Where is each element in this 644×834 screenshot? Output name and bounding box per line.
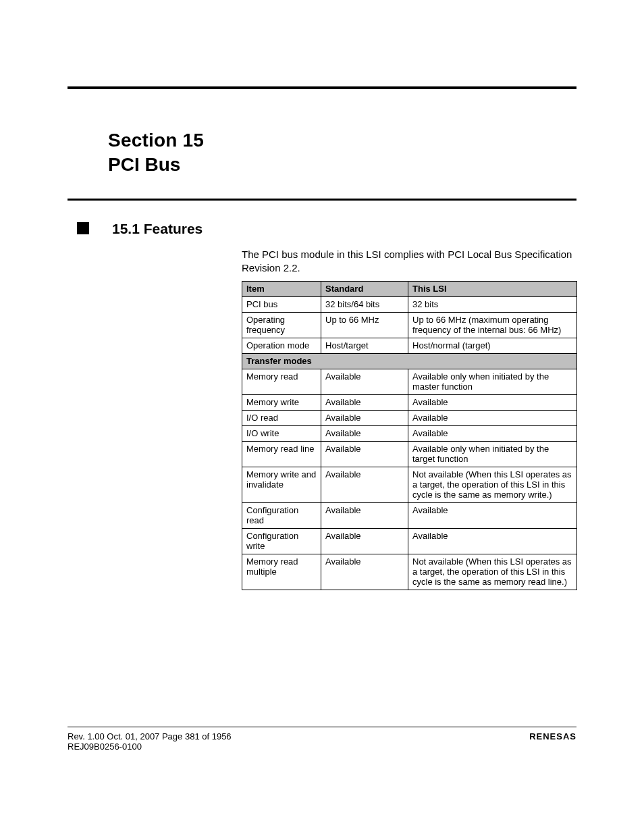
cell-std: Available <box>321 554 408 590</box>
cell-lsi: Available <box>408 502 577 528</box>
table-row: Configuration read Available Available <box>242 502 577 528</box>
cell-lsi: Available <box>408 425 577 441</box>
chapter-title: PCI Bus <box>108 154 576 176</box>
cell-item: Memory read <box>242 369 321 394</box>
square-bullet-icon <box>77 222 92 234</box>
table-row: I/O read Available Available <box>242 410 577 425</box>
cell-std: Available <box>321 394 408 410</box>
cell-item: Memory read multiple <box>242 554 321 590</box>
cell-std: Available <box>321 502 408 528</box>
col-header-standard: Standard <box>321 281 408 296</box>
footer-rule <box>68 727 576 727</box>
cell-item: Configuration write <box>242 528 321 554</box>
table-row: Configuration write Available Available <box>242 528 577 554</box>
cell-item: Operation mode <box>242 338 321 353</box>
cell-lsi: Not available (When this LSI operates as… <box>408 554 577 590</box>
intro-paragraph: The PCI bus module in this LSI complies … <box>242 248 576 276</box>
cell-lsi: Available only when initiated by the tar… <box>408 441 577 467</box>
cell-item: I/O read <box>242 410 321 425</box>
page-footer: Rev. 1.00 Oct. 01, 2007 Page 381 of 1956… <box>68 727 576 752</box>
cell-lsi: 32 bits <box>408 296 577 312</box>
cell-lsi: Available <box>408 394 577 410</box>
cell-std: Available <box>321 425 408 441</box>
cell-item: Memory write <box>242 394 321 410</box>
svg-rect-0 <box>77 222 89 234</box>
cell-item: PCI bus <box>242 296 321 312</box>
cell-std: Available <box>321 441 408 467</box>
section-title: 15.1 Features <box>112 221 203 237</box>
footer-left: Rev. 1.00 Oct. 01, 2007 Page 381 of 1956 <box>68 731 232 741</box>
table-row: Memory read Available Available only whe… <box>242 369 577 394</box>
cell-lsi: Host/normal (target) <box>408 338 577 353</box>
cell-std: Available <box>321 410 408 425</box>
cell-lsi: Up to 66 MHz (maximum operating frequenc… <box>408 312 577 338</box>
table-row: Memory read line Available Available onl… <box>242 441 577 467</box>
chapter-number: 15 <box>183 130 205 151</box>
cell-std: Up to 66 MHz <box>321 312 408 338</box>
cell-lsi: Available only when initiated by the mas… <box>408 369 577 394</box>
cell-item: I/O write <box>242 425 321 441</box>
cell-std: Host/target <box>321 338 408 353</box>
table-row: Memory read multiple Available Not avail… <box>242 554 577 590</box>
cell-item: Operating frequency <box>242 312 321 338</box>
cell-lsi: Available <box>408 410 577 425</box>
col-header-item: Item <box>242 281 321 296</box>
table-row: Memory write and invalidate Available No… <box>242 467 577 502</box>
table-row: I/O write Available Available <box>242 425 577 441</box>
cell-std: Available <box>321 528 408 554</box>
mid-rule <box>68 199 576 201</box>
top-rule <box>68 86 576 89</box>
table-group-row: Transfer modes <box>242 353 577 369</box>
footer-doc: REJ09B0256-0100 <box>68 741 142 752</box>
cell-std: Available <box>321 369 408 394</box>
cell-lsi: Not available (When this LSI operates as… <box>408 467 577 502</box>
cell-item: Memory write and invalidate <box>242 467 321 502</box>
cell-item: Memory read line <box>242 441 321 467</box>
cell-lsi: Available <box>408 528 577 554</box>
table-row: Memory write Available Available <box>242 394 577 410</box>
table-row: PCI bus 32 bits/64 bits 32 bits <box>242 296 577 312</box>
footer-right: RENESAS <box>529 731 576 741</box>
cell-item: Configuration read <box>242 502 321 528</box>
table-row: Operation mode Host/target Host/normal (… <box>242 338 577 353</box>
section-label: Section <box>108 130 183 151</box>
group-label: Transfer modes <box>242 353 577 369</box>
chapter-heading: Section 15 PCI Bus <box>68 130 576 176</box>
col-header-lsi: This LSI <box>408 281 577 296</box>
table-row: Operating frequency Up to 66 MHz Up to 6… <box>242 312 577 338</box>
cell-std: 32 bits/64 bits <box>321 296 408 312</box>
table-header-row: Item Standard This LSI <box>242 281 577 296</box>
cell-std: Available <box>321 467 408 502</box>
spec-table: Item Standard This LSI PCI bus 32 bits/6… <box>242 281 577 590</box>
